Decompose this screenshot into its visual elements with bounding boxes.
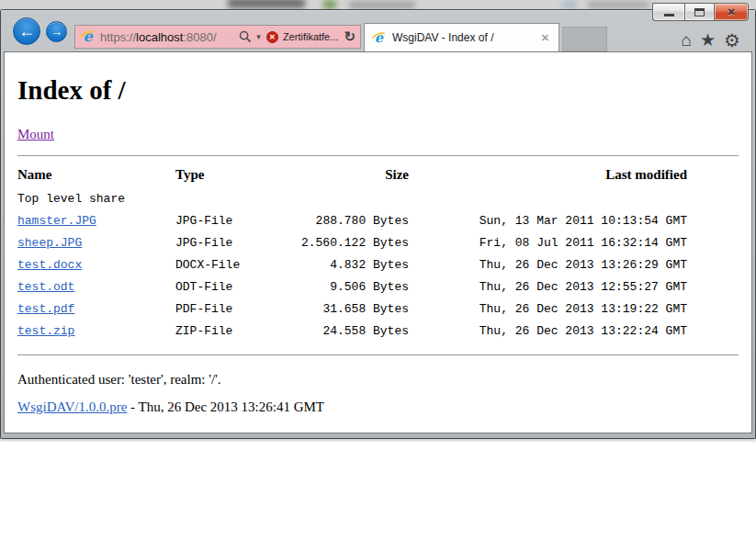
file-modified: Thu, 26 Dec 2013 13:26:29 GMT: [409, 253, 687, 276]
url-path: :8080/: [183, 30, 216, 44]
minimize-button[interactable]: [652, 3, 684, 21]
url-text[interactable]: https://localhost:8080/: [100, 30, 217, 44]
mount-link[interactable]: Mount: [17, 127, 54, 141]
file-table: Name Type Size Last modified Top level s…: [17, 163, 687, 342]
file-link[interactable]: sheep.JPG: [17, 236, 82, 250]
browser-window: ✕ ← → e https://localhost:8080/ ▾ ✕ Zert…: [0, 9, 756, 439]
forward-button[interactable]: →: [46, 21, 67, 42]
toolbar-icons: ⌂ ★ ⚙: [682, 31, 740, 50]
close-button[interactable]: ✕: [714, 3, 749, 21]
maximize-button[interactable]: [684, 3, 714, 21]
back-arrow-icon: ←: [18, 23, 35, 39]
header-type: Type: [175, 163, 299, 187]
server-version-link[interactable]: WsgiDAV/1.0.0.pre: [17, 399, 127, 414]
file-size: 2.560.122 Bytes: [299, 231, 409, 253]
window-controls: ✕: [652, 3, 749, 21]
background-icon-blur: [323, 0, 336, 9]
file-type: ZIP-File: [175, 320, 299, 342]
url-host: localhost: [136, 30, 183, 44]
table-row: test.docx DOCX-File 4.832 Bytes Thu, 26 …: [17, 253, 687, 276]
file-modified: Thu, 26 Dec 2013 13:22:24 GMT: [409, 320, 687, 342]
table-row: sheep.JPG JPG-File 2.560.122 Bytes Fri, …: [17, 231, 687, 253]
table-row: test.pdf PDF-File 31.658 Bytes Thu, 26 D…: [17, 298, 687, 320]
refresh-icon[interactable]: ↻: [344, 28, 355, 45]
file-type: ODT-File: [175, 276, 299, 298]
ie-tab-icon: e: [372, 30, 386, 45]
file-link[interactable]: hamster.JPG: [17, 214, 96, 228]
footer-timestamp: - Thu, 26 Dec 2013 13:26:41 GMT: [127, 399, 324, 414]
table-row: hamster.JPG JPG-File 288.780 Bytes Sun, …: [17, 209, 687, 231]
file-type: PDF-File: [175, 298, 299, 320]
certificate-error-label[interactable]: Zertifikatfe...: [283, 31, 339, 42]
mount-line: Mount: [17, 127, 739, 142]
table-row: test.zip ZIP-File 24.558 Bytes Thu, 26 D…: [17, 320, 687, 342]
file-modified: Thu, 26 Dec 2013 12:55:27 GMT: [409, 276, 687, 298]
file-link[interactable]: test.zip: [17, 324, 74, 338]
back-button[interactable]: ←: [13, 17, 40, 45]
table-header-row: Name Type Size Last modified: [17, 163, 687, 187]
file-link[interactable]: test.odt: [17, 280, 74, 294]
share-label: Top level share: [17, 187, 687, 209]
certificate-error-x: ✕: [269, 33, 276, 41]
url-scheme: https://: [100, 30, 136, 44]
close-icon: ✕: [727, 6, 735, 18]
page-content: Index of / Mount Name Type Size Last mod…: [5, 75, 751, 415]
background-window-blur: [228, 0, 305, 8]
header-last-modified: Last modified: [409, 163, 687, 187]
tab-close-icon[interactable]: ✕: [538, 30, 552, 46]
file-type: JPG-File: [175, 209, 299, 231]
home-icon[interactable]: ⌂: [682, 31, 692, 50]
file-link[interactable]: test.pdf: [17, 302, 74, 316]
file-type: DOCX-File: [175, 253, 299, 276]
file-size: 24.558 Bytes: [299, 320, 409, 342]
file-size: 31.658 Bytes: [299, 298, 409, 320]
minimize-icon: [664, 14, 674, 17]
background-text-blur: [349, 2, 415, 8]
page-viewport: Index of / Mount Name Type Size Last mod…: [4, 51, 752, 433]
file-modified: Fri, 08 Jul 2011 16:32:14 GMT: [409, 231, 687, 253]
file-type: JPG-File: [175, 231, 299, 253]
header-size: Size: [299, 163, 409, 187]
divider-top: [17, 155, 739, 156]
favorites-star-icon[interactable]: ★: [700, 31, 716, 50]
header-name: Name: [17, 163, 175, 187]
address-bar[interactable]: e https://localhost:8080/ ▾ ✕ Zertifikat…: [74, 25, 361, 49]
maximize-icon: [694, 8, 705, 17]
settings-gear-icon[interactable]: ⚙: [724, 31, 740, 50]
certificate-error-icon[interactable]: ✕: [266, 31, 278, 43]
divider-bottom: [17, 354, 739, 355]
file-size: 288.780 Bytes: [299, 209, 409, 231]
file-modified: Sun, 13 Mar 2011 10:13:54 GMT: [409, 209, 687, 231]
file-link[interactable]: test.docx: [17, 258, 82, 272]
auth-status-text: Authenticated user: 'tester', realm: '/'…: [17, 372, 739, 388]
tab-title: WsgiDAV - Index of /: [392, 31, 538, 44]
share-row: Top level share: [17, 187, 687, 209]
search-icon[interactable]: [239, 30, 252, 43]
table-row: test.odt ODT-File 9.506 Bytes Thu, 26 De…: [17, 276, 687, 298]
file-modified: Thu, 26 Dec 2013 13:19:22 GMT: [409, 298, 687, 320]
background-text-blur: [588, 2, 649, 8]
file-size: 4.832 Bytes: [299, 253, 409, 276]
ie-page-icon: e: [80, 28, 96, 45]
server-footer: WsgiDAV/1.0.0.pre - Thu, 26 Dec 2013 13:…: [17, 399, 739, 415]
background-icon-blur: [562, 1, 577, 9]
address-dropdown-caret-icon[interactable]: ▾: [256, 32, 261, 41]
file-size: 9.506 Bytes: [299, 276, 409, 298]
page-title: Index of /: [17, 75, 739, 106]
browser-tab[interactable]: e WsgiDAV - Index of / ✕: [364, 23, 559, 51]
forward-arrow-icon: →: [51, 26, 62, 38]
new-tab-button[interactable]: [562, 27, 607, 51]
browser-toolbar: ← → e https://localhost:8080/ ▾ ✕ Zertif…: [1, 10, 755, 51]
